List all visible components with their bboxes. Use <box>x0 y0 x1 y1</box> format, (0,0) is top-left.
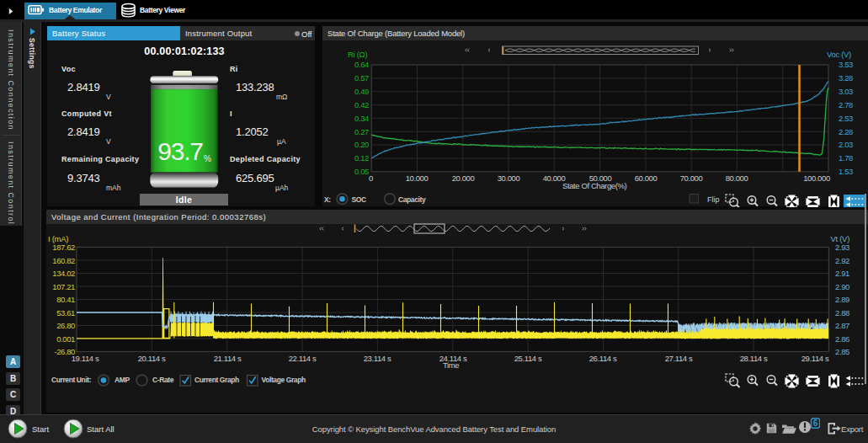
svg-text:6: 6 <box>813 419 818 428</box>
svg-text:%: % <box>204 154 211 163</box>
svg-text:93.7: 93.7 <box>157 137 203 165</box>
